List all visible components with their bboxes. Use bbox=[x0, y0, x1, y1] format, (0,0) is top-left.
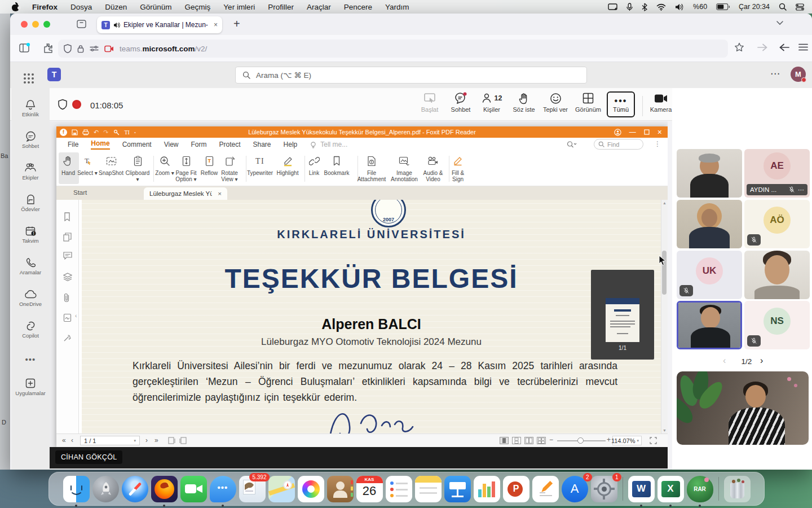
file-attachment-tool[interactable]: File Attachment bbox=[356, 154, 387, 182]
thumbnail-page[interactable] bbox=[606, 298, 639, 342]
participants-next-page-icon[interactable]: › bbox=[760, 356, 763, 366]
start-share-button[interactable]: Başlat bbox=[414, 91, 445, 113]
menu-duzen[interactable]: Düzen bbox=[105, 3, 127, 11]
tabs-dropdown-icon[interactable] bbox=[776, 18, 784, 27]
url-bar[interactable]: teams.microsoft.com/v2/ bbox=[58, 40, 728, 58]
zoom-window-button[interactable] bbox=[43, 21, 50, 28]
customize-toolbar-icon[interactable]: ⹀ bbox=[134, 129, 136, 135]
view-button[interactable]: Görünüm bbox=[573, 91, 603, 113]
dock-safari-icon[interactable] bbox=[122, 476, 148, 502]
menu-yardim[interactable]: Yardım bbox=[385, 3, 409, 11]
dock-photos-icon[interactable] bbox=[298, 476, 324, 502]
dock-word-icon[interactable]: W bbox=[628, 476, 655, 502]
next-page-icon[interactable]: › bbox=[145, 436, 148, 444]
close-window-button[interactable] bbox=[21, 21, 28, 28]
fill-sign-tool[interactable]: Fill & Sign bbox=[445, 154, 470, 182]
chat-button[interactable]: Sohbet bbox=[445, 91, 476, 113]
menu-view[interactable]: View bbox=[164, 141, 179, 148]
tab-document[interactable]: Lüleburgaz Meslek Yüks... × bbox=[144, 187, 227, 200]
prev-view-icon[interactable] bbox=[168, 437, 175, 444]
people-button[interactable]: 12 Kişiler bbox=[474, 91, 509, 113]
dock-calendar-icon[interactable]: KAS 26 bbox=[356, 476, 383, 502]
spotlight-video-tile[interactable] bbox=[677, 371, 809, 445]
sidebar-toggle-icon[interactable] bbox=[19, 43, 30, 53]
menu-yerimleri[interactable]: Yer imleri bbox=[223, 3, 255, 11]
minimize-icon[interactable]: — bbox=[629, 128, 636, 136]
dock-excel-icon[interactable]: X bbox=[657, 476, 684, 502]
dock-pages-icon[interactable] bbox=[532, 476, 559, 502]
facing-continuous-view-icon[interactable] bbox=[537, 437, 546, 444]
microphone-status-icon[interactable] bbox=[626, 3, 633, 11]
audio-video-tool[interactable]: Audio & Video bbox=[420, 154, 447, 182]
menu-gecmis[interactable]: Geçmiş bbox=[185, 3, 211, 11]
control-center-icon[interactable] bbox=[796, 3, 804, 11]
app-launcher-icon[interactable] bbox=[24, 73, 26, 76]
participant-video-tile[interactable] bbox=[677, 200, 742, 248]
rail-item-odevler[interactable]: Ödevler bbox=[11, 193, 50, 212]
menu-araclar[interactable]: Araçlar bbox=[307, 3, 331, 11]
dock-maps-icon[interactable] bbox=[268, 476, 295, 502]
clipboard-tool[interactable]: Clipboard ▾ bbox=[123, 154, 152, 182]
participant-tile-ns[interactable]: NS bbox=[744, 301, 810, 349]
teams-search-input[interactable]: Arama (⌥ ⌘ E) bbox=[235, 67, 587, 84]
snapshot-tool[interactable]: SnapShot bbox=[97, 154, 125, 176]
print-icon[interactable] bbox=[82, 129, 89, 135]
pdf-page[interactable]: 2007 KIRKLARELİ ÜNİVERSİTESİ TEŞEKKÜR BE… bbox=[82, 200, 661, 433]
rail-item-etkinlik[interactable]: Etkinlik bbox=[11, 98, 50, 117]
attachments-panel-icon[interactable] bbox=[63, 293, 72, 302]
zoom-out-icon[interactable]: − bbox=[549, 436, 553, 444]
browser-tab[interactable]: T Ekipler ve Kanallar | Mezun- × bbox=[97, 16, 222, 33]
dock-messages-icon[interactable]: ••• bbox=[210, 476, 236, 502]
pages-panel-icon[interactable] bbox=[63, 233, 72, 242]
rotate-tool[interactable]: Rotate View ▾ bbox=[216, 154, 243, 182]
rail-item-onedrive[interactable]: OneDrive bbox=[11, 288, 50, 307]
next-view-icon[interactable] bbox=[179, 437, 187, 444]
tab-audio-icon[interactable] bbox=[113, 22, 120, 28]
screen-mirroring-icon[interactable] bbox=[608, 3, 617, 11]
firefox-view-icon[interactable] bbox=[77, 19, 86, 29]
volume-icon[interactable] bbox=[675, 3, 684, 11]
dock-mail-icon[interactable]: 5.392 bbox=[239, 476, 266, 502]
spotlight-search-icon[interactable] bbox=[779, 3, 787, 11]
save-icon[interactable] bbox=[72, 129, 78, 135]
permissions-icon[interactable] bbox=[90, 45, 99, 52]
camera-button[interactable]: Kamera bbox=[646, 91, 676, 113]
quick-tool-icon[interactable] bbox=[113, 129, 120, 135]
tab-close-icon[interactable]: × bbox=[214, 21, 218, 29]
dock-keynote-icon[interactable] bbox=[444, 476, 471, 502]
new-tab-button[interactable]: + bbox=[233, 17, 240, 30]
menu-form[interactable]: Form bbox=[191, 141, 207, 148]
prev-page-icon[interactable]: ‹ bbox=[71, 436, 73, 444]
app-menu-icon[interactable] bbox=[798, 43, 808, 51]
close-icon[interactable]: × bbox=[657, 128, 662, 137]
select-tool[interactable]: TSelect ▾ bbox=[76, 154, 99, 176]
rail-item-uygulamalar[interactable]: Uygulamalar bbox=[11, 377, 50, 396]
rail-item-aramalar[interactable]: Aramalar bbox=[11, 256, 50, 275]
bluetooth-icon[interactable] bbox=[642, 3, 647, 11]
zoom-slider-knob[interactable] bbox=[577, 437, 584, 444]
rail-item-sohbet[interactable]: Sohbet bbox=[11, 130, 50, 149]
collapse-panel-icon[interactable]: ‹ bbox=[75, 313, 77, 319]
tab-start[interactable]: Start bbox=[73, 189, 87, 196]
menu-comment[interactable]: Comment bbox=[122, 141, 152, 148]
dock-facetime-icon[interactable] bbox=[180, 476, 207, 502]
single-page-view-icon[interactable] bbox=[500, 437, 509, 444]
dock-reminders-icon[interactable] bbox=[386, 476, 412, 502]
highlight-tool[interactable]: Highlight bbox=[273, 154, 302, 176]
account-icon[interactable] bbox=[614, 129, 621, 136]
menu-home[interactable]: Home bbox=[91, 139, 109, 150]
back-icon[interactable] bbox=[779, 43, 789, 51]
dock-notes-icon[interactable] bbox=[415, 476, 442, 502]
redo-icon[interactable]: ↷ bbox=[103, 129, 108, 136]
participant-video-tile-speaking[interactable] bbox=[677, 301, 742, 349]
participants-prev-page-icon[interactable]: ‹ bbox=[723, 356, 726, 366]
participant-name-chip[interactable]: AYDIN ... ⋯ bbox=[747, 184, 807, 195]
facing-view-icon[interactable] bbox=[524, 437, 533, 444]
menu-dosya[interactable]: Dosya bbox=[70, 3, 92, 11]
tracking-shield-icon[interactable] bbox=[64, 44, 72, 53]
dock-finder-icon[interactable] bbox=[63, 476, 90, 502]
menu-profiller[interactable]: Profiller bbox=[268, 3, 294, 11]
page-thumbnail-panel[interactable]: 1/1 bbox=[591, 270, 654, 360]
typewriter-tool[interactable]: TITypewriter bbox=[244, 154, 276, 176]
fullscreen-icon[interactable] bbox=[650, 437, 657, 444]
